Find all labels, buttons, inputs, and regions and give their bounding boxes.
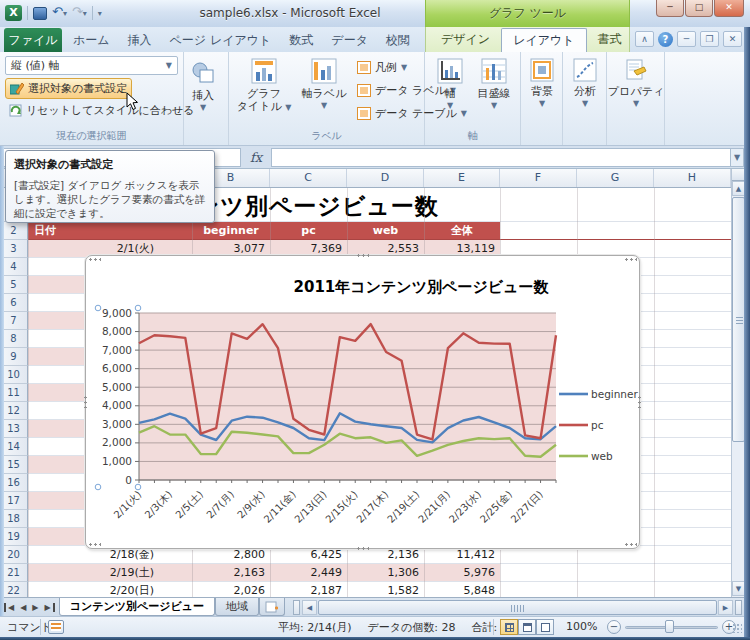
row-header-9[interactable]: 9 <box>0 348 28 366</box>
row-header-2[interactable]: 2 <box>0 222 28 240</box>
tab-layout-active[interactable]: レイアウト <box>501 28 586 52</box>
chart-handle-top-right[interactable] <box>624 258 637 261</box>
workbook-minimize-icon[interactable]: ─ <box>677 31 696 47</box>
row-header-18[interactable]: 18 <box>0 510 28 528</box>
table-cell[interactable]: 1,306 <box>347 564 424 581</box>
x-axis-label[interactable]: 2/13(日) <box>292 489 328 525</box>
normal-view-button[interactable] <box>500 619 518 635</box>
table-header-cell[interactable]: pc <box>270 222 347 239</box>
tab-home[interactable]: ホーム <box>64 28 119 52</box>
y-axis-label[interactable]: 9,000 <box>102 307 132 319</box>
first-sheet-icon[interactable]: ◀ <box>4 603 16 612</box>
zoom-slider-thumb[interactable] <box>665 620 674 633</box>
chart-handle-bottom-right[interactable] <box>624 543 637 546</box>
table-header-cell[interactable]: beginner <box>192 222 270 239</box>
legend-label-beginner[interactable]: beginner <box>591 388 638 400</box>
chart-title[interactable]: 2011年コンテンツ別ページビュー数 <box>294 278 550 296</box>
tab-design[interactable]: デザイン <box>430 27 501 52</box>
help-icon[interactable]: ? <box>658 32 673 47</box>
axis-titles-button[interactable]: 軸ラベル ▼ <box>296 58 352 110</box>
maximize-button[interactable]: □ <box>685 0 713 17</box>
y-axis-label[interactable]: 5,000 <box>102 381 132 393</box>
x-axis-label[interactable]: 2/19(土) <box>385 489 421 525</box>
x-axis-label[interactable]: 2/11(金) <box>262 489 298 525</box>
prev-sheet-icon[interactable]: ◀ <box>18 603 28 612</box>
axis-selection-handle[interactable] <box>95 305 101 311</box>
row-header-20[interactable]: 20 <box>0 546 28 564</box>
collapse-ribbon-icon[interactable]: ∧ <box>635 31 654 47</box>
x-axis-label[interactable]: 2/23(水) <box>447 489 483 525</box>
row-header-12[interactable]: 12 <box>0 402 28 420</box>
table-cell[interactable]: 5,848 <box>424 582 500 597</box>
chart-title-button[interactable]: グラフ タイトル ▼ <box>234 58 294 113</box>
row-header-5[interactable]: 5 <box>0 276 28 294</box>
chart-object[interactable]: 01,0002,0003,0004,0005,0006,0007,0008,00… <box>85 255 640 549</box>
undo-icon[interactable]: ↶▾ <box>52 4 67 22</box>
y-axis-label[interactable]: 3,000 <box>102 418 132 430</box>
x-axis-label[interactable]: 2/1(火) <box>112 489 144 521</box>
split-handle[interactable] <box>735 600 742 615</box>
chart-elements-dropdown[interactable]: 縦 (値) 軸▼ <box>5 56 178 75</box>
vertical-scrollbar[interactable]: ▲ ▼ <box>731 169 744 597</box>
row-header-6[interactable]: 6 <box>0 294 28 312</box>
row-header-8[interactable]: 8 <box>0 330 28 348</box>
tab-file[interactable]: ファイル <box>4 28 62 52</box>
column-header-C[interactable]: C <box>270 169 347 187</box>
x-axis-label[interactable]: 2/21(月) <box>416 489 452 525</box>
page-layout-view-button[interactable] <box>518 619 536 635</box>
column-header-G[interactable]: G <box>577 169 654 187</box>
axis-selection-handle[interactable] <box>135 305 141 311</box>
row-header-4[interactable]: 4 <box>0 258 28 276</box>
minimize-button[interactable]: ─ <box>656 0 684 17</box>
gridlines-button[interactable]: 目盛線 ▼ <box>471 58 517 110</box>
x-axis-label[interactable]: 2/3(木) <box>143 489 175 521</box>
formula-input[interactable] <box>271 148 730 167</box>
customize-qat-icon[interactable]: ▾ <box>98 9 102 18</box>
y-axis-label[interactable]: 6,000 <box>102 362 132 374</box>
table-cell[interactable]: 5,976 <box>424 564 500 581</box>
row-header-21[interactable]: 21 <box>0 564 28 582</box>
x-axis-label[interactable]: 2/27(日) <box>509 489 545 525</box>
table-header-cell[interactable]: web <box>347 222 424 239</box>
row-header-13[interactable]: 13 <box>0 420 28 438</box>
table-cell[interactable]: 2,026 <box>192 582 270 597</box>
table-header-cell[interactable]: 全体 <box>424 222 500 239</box>
reset-to-match-style-button[interactable]: リセットしてスタイルに合わせる <box>5 100 199 121</box>
axis-selection-handle[interactable] <box>95 484 101 490</box>
table-cell[interactable]: 2/20(日) <box>28 582 192 597</box>
y-axis-label[interactable]: 1,000 <box>102 455 132 467</box>
excel-app-icon[interactable]: X <box>5 5 22 21</box>
tab-review[interactable]: 校閲 <box>377 28 419 52</box>
row-header-14[interactable]: 14 <box>0 438 28 456</box>
chart-handle-left[interactable] <box>84 395 87 408</box>
legend-label-web[interactable]: web <box>591 450 613 462</box>
column-header-D[interactable]: D <box>347 169 424 187</box>
chart-handle-bottom[interactable] <box>356 547 369 550</box>
axis-selection-handle[interactable] <box>135 484 141 490</box>
x-axis-label[interactable]: 2/25(金) <box>478 489 514 525</box>
scroll-right-icon[interactable]: ▶ <box>718 600 733 615</box>
row-header-15[interactable]: 15 <box>0 456 28 474</box>
y-axis-label[interactable]: 0 <box>125 474 132 486</box>
x-axis-label[interactable]: 2/7(月) <box>204 489 236 521</box>
insert-button[interactable]: 挿入 ▼ <box>190 60 216 112</box>
row-header-10[interactable]: 10 <box>0 366 28 384</box>
y-axis-label[interactable]: 7,000 <box>102 344 132 356</box>
table-header-cell[interactable]: 日付 <box>28 222 192 239</box>
chart-handle-top[interactable] <box>356 254 369 257</box>
x-axis-label[interactable]: 2/5(土) <box>173 489 205 521</box>
row-header-17[interactable]: 17 <box>0 492 28 510</box>
y-axis-label[interactable]: 4,000 <box>102 399 132 411</box>
properties-button[interactable]: プロパティ ▼ <box>609 58 663 108</box>
chart-handle-right[interactable] <box>638 395 641 408</box>
tab-page-layout[interactable]: ページ レイアウト <box>161 28 281 52</box>
sheet-tab-active[interactable]: コンテンツ別ページビュー <box>59 598 215 616</box>
chart-handle-top-left[interactable] <box>88 258 101 261</box>
tab-insert[interactable]: 挿入 <box>119 28 161 52</box>
y-axis-label[interactable]: 2,000 <box>102 436 132 448</box>
row-header-22[interactable]: 22 <box>0 582 28 597</box>
table-cell[interactable]: 2,163 <box>192 564 270 581</box>
tab-data[interactable]: データ <box>322 28 377 52</box>
column-header-H[interactable]: H <box>654 169 731 187</box>
table-cell[interactable]: 1,582 <box>347 582 424 597</box>
